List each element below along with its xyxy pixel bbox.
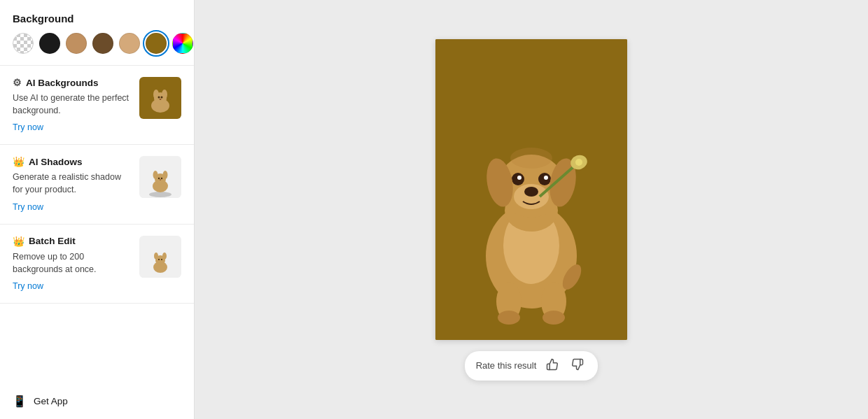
batch-edit-thumbnail: [139, 236, 181, 278]
svg-point-16: [160, 178, 162, 179]
settings-icon: ⚙: [13, 77, 22, 88]
ai-shadows-try-link[interactable]: Try now: [13, 202, 43, 212]
svg-point-44: [575, 159, 582, 166]
rate-bar: Rate this result: [465, 351, 598, 381]
batch-edit-card: 👑 Batch Edit Remove up to 200 background…: [0, 225, 194, 304]
swatch-tan[interactable]: [66, 33, 87, 54]
ai-shadows-title-row: 👑 AI Shadows: [13, 156, 132, 167]
swatch-brown[interactable]: [92, 33, 113, 54]
svg-point-21: [154, 253, 158, 260]
svg-point-38: [517, 176, 522, 180]
sidebar: Background ⚙ AI Backgrounds Use AI to ge…: [0, 0, 195, 419]
svg-point-7: [160, 96, 162, 98]
thumbs-up-button[interactable]: [543, 357, 561, 375]
batch-edit-title: Batch Edit: [29, 236, 76, 246]
ai-backgrounds-content: ⚙ AI Backgrounds Use AI to generate the …: [13, 77, 132, 133]
ai-backgrounds-thumb-svg: [141, 79, 180, 118]
main-content: Rate this result: [195, 0, 868, 419]
thumbs-down-icon: [571, 358, 584, 371]
ai-shadows-thumbnail: [139, 156, 181, 198]
swatch-beige[interactable]: [119, 33, 140, 54]
ai-backgrounds-thumbnail: [139, 77, 181, 119]
ai-shadows-content: 👑 AI Shadows Generate a realistic shadow…: [13, 156, 132, 212]
ai-backgrounds-title-row: ⚙ AI Backgrounds: [13, 77, 132, 88]
preview-background: [435, 39, 627, 340]
svg-point-39: [544, 176, 548, 180]
get-app-label: Get App: [34, 396, 68, 406]
ai-backgrounds-card: ⚙ AI Backgrounds Use AI to generate the …: [0, 66, 194, 145]
get-app-item[interactable]: 📱 Get App: [0, 383, 194, 419]
swatch-more-colors[interactable]: [172, 33, 193, 54]
preview-dog-svg: [435, 39, 627, 340]
svg-point-23: [158, 258, 159, 260]
image-container: Rate this result: [435, 39, 627, 381]
ai-backgrounds-desc: Use AI to generate the perfect backgroun…: [13, 92, 132, 117]
swatch-black[interactable]: [39, 33, 60, 54]
batch-edit-title-row: 👑 Batch Edit: [13, 236, 132, 247]
ai-shadows-card: 👑 AI Shadows Generate a realistic shadow…: [0, 145, 194, 224]
preview-image: [435, 39, 627, 340]
svg-point-24: [160, 258, 162, 260]
sidebar-spacer: [0, 304, 194, 383]
rate-label: Rate this result: [476, 360, 537, 371]
svg-point-31: [542, 311, 565, 325]
svg-point-14: [162, 171, 167, 179]
batch-edit-thumb-svg: [141, 239, 180, 278]
ai-backgrounds-try-link[interactable]: Try now: [13, 122, 43, 132]
svg-point-30: [498, 311, 520, 325]
crown-icon-shadows: 👑: [13, 156, 24, 167]
svg-point-15: [158, 178, 159, 179]
ai-shadows-title: AI Shadows: [29, 157, 83, 167]
batch-edit-try-link[interactable]: Try now: [13, 281, 43, 291]
ai-shadows-desc: Generate a realistic shadow for your pro…: [13, 171, 132, 196]
svg-point-35: [524, 187, 538, 197]
color-swatches-row: [0, 33, 194, 66]
swatch-dark-tan[interactable]: [146, 33, 167, 54]
swatch-transparent[interactable]: [13, 33, 34, 54]
phone-icon: 📱: [13, 395, 27, 408]
svg-point-6: [158, 96, 160, 98]
crown-icon-batch: 👑: [13, 236, 24, 247]
thumbs-down-button[interactable]: [568, 357, 587, 375]
svg-point-10: [149, 192, 172, 197]
svg-point-22: [162, 253, 167, 260]
svg-point-17: [159, 179, 160, 180]
batch-edit-content: 👑 Batch Edit Remove up to 200 background…: [13, 236, 132, 292]
svg-point-13: [153, 171, 158, 179]
ai-backgrounds-title: AI Backgrounds: [26, 78, 99, 88]
svg-point-8: [159, 99, 161, 100]
svg-point-46: [510, 148, 552, 169]
sidebar-title: Background: [0, 0, 194, 33]
batch-edit-desc: Remove up to 200 backgrounds at once.: [13, 250, 132, 276]
ai-shadows-thumb-svg: [141, 159, 180, 198]
thumbs-up-icon: [546, 358, 559, 371]
